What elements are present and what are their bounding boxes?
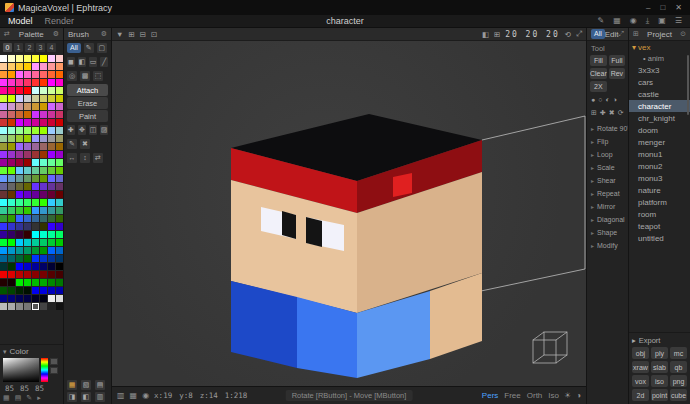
palette-swatch[interactable]	[56, 103, 63, 110]
palette-swatch[interactable]	[32, 167, 39, 174]
palette-swatch[interactable]	[0, 159, 7, 166]
rgb-mode-icon[interactable]: ▦	[3, 394, 10, 402]
edit-scope-all[interactable]: All	[591, 29, 605, 39]
palette-swatch[interactable]	[40, 223, 47, 230]
palette-swatch[interactable]	[16, 263, 23, 270]
palette-swatch[interactable]	[8, 111, 15, 118]
wrap-icon[interactable]: ⟳	[618, 109, 624, 117]
tool-2x[interactable]: 2X	[590, 81, 607, 92]
palette-swatch[interactable]	[48, 143, 55, 150]
sun-icon[interactable]: ☀	[564, 391, 571, 400]
palette-swatch[interactable]	[32, 111, 39, 118]
export-point[interactable]: point	[651, 389, 668, 401]
palette-swatch[interactable]	[40, 175, 47, 182]
hollow-mode-icon[interactable]: ○	[598, 96, 602, 103]
palette-swatch[interactable]	[8, 71, 15, 78]
palette-swatch[interactable]	[32, 279, 39, 286]
palette-swatch[interactable]	[24, 231, 31, 238]
palette-swatch[interactable]	[0, 255, 7, 262]
palette-swatch[interactable]	[32, 127, 39, 134]
axis-lock-icon[interactable]: ⇄	[93, 153, 103, 163]
palette-swatch[interactable]	[16, 111, 23, 118]
palette-swatch[interactable]	[8, 295, 15, 302]
save-icon[interactable]: ⤓	[646, 16, 650, 26]
brush-pattern-icon[interactable]: ▩	[80, 71, 90, 81]
palette-swatch[interactable]	[16, 55, 23, 62]
tool-clear[interactable]: Clear	[590, 68, 607, 79]
palette-swatch[interactable]	[40, 127, 47, 134]
palette-swatch[interactable]	[0, 63, 7, 70]
project-file-doom[interactable]: doom	[629, 124, 690, 136]
palette-swatch[interactable]	[16, 167, 23, 174]
palette-swatch[interactable]	[8, 231, 15, 238]
palette-swatch[interactable]	[56, 191, 63, 198]
palette-swatch[interactable]	[48, 279, 55, 286]
region-icon[interactable]: ◫	[89, 125, 97, 135]
expand-color-icon[interactable]: ▸	[37, 394, 41, 402]
palette-swatch[interactable]	[48, 79, 55, 86]
cut-icon[interactable]: ✖	[609, 109, 615, 117]
palette-swatch[interactable]	[16, 63, 23, 70]
palette-swatch[interactable]	[8, 135, 15, 142]
palette-swatch[interactable]	[24, 55, 31, 62]
palette-swatch[interactable]	[0, 191, 7, 198]
export-2d[interactable]: 2d	[632, 389, 649, 401]
export-cube[interactable]: cube	[670, 389, 687, 401]
palette-swatch[interactable]	[48, 247, 55, 254]
palette-swatch[interactable]	[56, 79, 63, 86]
palette-swatch[interactable]	[32, 215, 39, 222]
pick-color-icon[interactable]: ✎	[26, 394, 32, 402]
palette-toggle-icon[interactable]: ▦	[67, 380, 77, 390]
palette-swatch[interactable]	[32, 71, 39, 78]
move-icon[interactable]: ✥	[78, 125, 86, 135]
palette-swatch[interactable]	[0, 103, 7, 110]
frame-icon[interactable]: ⊟	[140, 30, 146, 39]
brush-settings-icon[interactable]: ⚙	[101, 30, 107, 38]
palette-swatch[interactable]	[24, 223, 31, 230]
export-vox[interactable]: vox	[632, 375, 649, 387]
palette-swatch[interactable]	[24, 159, 31, 166]
grid-icon[interactable]: ⊞	[128, 30, 134, 39]
palette-swatch[interactable]	[24, 167, 31, 174]
palette-tab-2[interactable]: 2	[25, 43, 34, 52]
export-ply[interactable]: ply	[651, 347, 668, 359]
palette-swatch[interactable]	[40, 71, 47, 78]
palette-swatch[interactable]	[24, 87, 31, 94]
palette-swatch[interactable]	[32, 303, 39, 310]
palette-swatch[interactable]	[0, 95, 7, 102]
manual-icon[interactable]: ☰	[675, 16, 682, 26]
edit-section-modify[interactable]: ▸Modify	[587, 239, 628, 252]
palette-swatch[interactable]	[56, 111, 63, 118]
palette-swatch[interactable]	[56, 55, 63, 62]
palette-swatch[interactable]	[8, 63, 15, 70]
palette-swatch[interactable]	[40, 239, 47, 246]
palette-swatch[interactable]	[56, 247, 63, 254]
palette-swatch[interactable]	[0, 295, 7, 302]
palette-swatch[interactable]	[16, 247, 23, 254]
palette-swatch[interactable]	[16, 103, 23, 110]
palette-swatch[interactable]	[8, 255, 15, 262]
palette-swatch[interactable]	[8, 247, 15, 254]
palette-swatch[interactable]	[56, 71, 63, 78]
palette-swatch[interactable]	[8, 159, 15, 166]
saturation-value-picker[interactable]	[3, 358, 39, 382]
edit-section-rotate-90-[interactable]: ▸Rotate 90°	[587, 122, 628, 135]
palette-swatch[interactable]	[48, 95, 55, 102]
palette-swatch[interactable]	[0, 71, 7, 78]
ground-plane-icon[interactable]: ◧	[482, 30, 489, 39]
palette-swatch[interactable]	[56, 167, 63, 174]
palette-swatch[interactable]	[48, 103, 55, 110]
solid-mode-icon[interactable]: ●	[591, 96, 595, 103]
project-file-monu2[interactable]: monu2	[629, 160, 690, 172]
palette-swatch[interactable]	[32, 175, 39, 182]
palette-swatch[interactable]	[56, 223, 63, 230]
edit-expand-icon[interactable]: ⤢	[619, 30, 625, 38]
palette-swatch[interactable]	[40, 271, 47, 278]
palette-swatch[interactable]	[0, 287, 7, 294]
half-right-icon[interactable]: ◑	[613, 96, 617, 103]
palette-swatch[interactable]	[48, 295, 55, 302]
palette-swatch[interactable]	[40, 159, 47, 166]
new-folder-icon[interactable]: ⊞	[633, 30, 639, 38]
palette-swatch[interactable]	[48, 63, 55, 70]
edit-section-mirror[interactable]: ▸Mirror	[587, 200, 628, 213]
